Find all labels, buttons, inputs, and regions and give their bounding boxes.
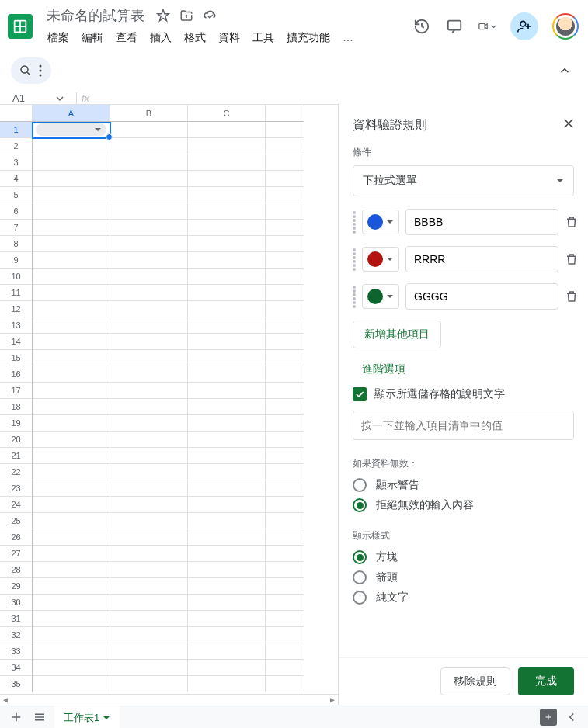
row-header[interactable]: 12 <box>0 301 33 317</box>
cell[interactable] <box>33 285 110 301</box>
row-header[interactable]: 18 <box>0 399 33 415</box>
star-icon[interactable] <box>155 8 171 23</box>
cell[interactable] <box>266 285 304 301</box>
row-header[interactable]: 29 <box>0 578 33 595</box>
cell[interactable] <box>110 122 188 138</box>
cell[interactable] <box>33 203 110 220</box>
row-header[interactable]: 8 <box>0 236 33 252</box>
cell[interactable] <box>33 513 110 529</box>
row-header[interactable]: 2 <box>0 138 33 154</box>
search-menu[interactable] <box>11 57 51 84</box>
cell[interactable] <box>266 611 304 627</box>
spreadsheet[interactable]: ABC 123456789101112131415161718192021222… <box>0 104 338 705</box>
meet-icon[interactable] <box>478 17 496 36</box>
cell[interactable] <box>188 464 266 480</box>
cell[interactable] <box>33 269 110 285</box>
cell[interactable] <box>188 676 266 692</box>
row-header[interactable]: 25 <box>0 513 33 529</box>
cell[interactable] <box>188 220 266 236</box>
cell[interactable] <box>33 676 110 692</box>
cell[interactable] <box>110 383 188 399</box>
cell[interactable] <box>110 480 188 497</box>
cell[interactable] <box>33 562 110 578</box>
cell[interactable] <box>110 448 188 464</box>
cell[interactable] <box>110 432 188 448</box>
cell[interactable] <box>266 171 304 187</box>
cell[interactable] <box>266 432 304 448</box>
cell[interactable] <box>188 432 266 448</box>
cell[interactable] <box>33 627 110 643</box>
cell[interactable] <box>110 269 188 285</box>
drag-handle-icon[interactable] <box>353 286 356 308</box>
cell[interactable] <box>266 383 304 399</box>
h-scrollbar[interactable]: ◄► <box>0 694 338 705</box>
cell[interactable] <box>33 415 110 432</box>
col-header-blank[interactable] <box>266 105 304 122</box>
menu-擴充功能[interactable]: 擴充功能 <box>281 28 336 48</box>
cell[interactable] <box>188 350 266 366</box>
cell[interactable] <box>266 546 304 562</box>
all-sheets-icon[interactable] <box>31 709 48 726</box>
cell[interactable] <box>266 203 304 220</box>
account-avatar[interactable] <box>552 13 579 40</box>
cell[interactable] <box>110 464 188 480</box>
menu-工具[interactable]: 工具 <box>247 28 280 48</box>
cell[interactable] <box>110 171 188 187</box>
cell[interactable] <box>266 399 304 415</box>
menu-資料[interactable]: 資料 <box>213 28 245 48</box>
row-header[interactable]: 10 <box>0 269 33 285</box>
cell[interactable] <box>188 448 266 464</box>
cell[interactable] <box>188 546 266 562</box>
cell[interactable] <box>188 285 266 301</box>
side-panel-toggle-icon[interactable] <box>563 709 580 726</box>
menu-檔案[interactable]: 檔案 <box>42 28 75 48</box>
cell[interactable] <box>266 497 304 513</box>
cell[interactable] <box>110 138 188 154</box>
cell[interactable] <box>110 220 188 236</box>
row-header[interactable]: 22 <box>0 464 33 480</box>
row-header[interactable]: 26 <box>0 529 33 546</box>
cell[interactable] <box>266 301 304 317</box>
menu-格式[interactable]: 格式 <box>179 28 211 48</box>
cell[interactable] <box>188 595 266 611</box>
cell[interactable] <box>266 122 304 138</box>
cell[interactable] <box>266 252 304 269</box>
row-header[interactable]: 35 <box>0 676 33 692</box>
cell[interactable] <box>188 301 266 317</box>
cell[interactable] <box>188 269 266 285</box>
row-header[interactable]: 14 <box>0 334 33 350</box>
col-header-A[interactable]: A <box>33 105 110 122</box>
cell[interactable] <box>188 627 266 643</box>
cell[interactable] <box>266 529 304 546</box>
cell[interactable] <box>188 366 266 383</box>
cell[interactable] <box>266 350 304 366</box>
cell[interactable] <box>110 529 188 546</box>
cell[interactable] <box>188 578 266 595</box>
col-header-C[interactable]: C <box>188 105 266 122</box>
cell[interactable] <box>110 285 188 301</box>
criteria-select[interactable]: 下拉式選單 <box>353 165 574 196</box>
row-header[interactable]: 33 <box>0 643 33 660</box>
cell[interactable] <box>266 366 304 383</box>
drag-handle-icon[interactable] <box>353 211 356 234</box>
cell[interactable] <box>188 529 266 546</box>
share-button[interactable] <box>510 12 538 40</box>
row-header[interactable]: 19 <box>0 415 33 432</box>
cell[interactable] <box>110 562 188 578</box>
cell[interactable] <box>266 236 304 252</box>
menu-插入[interactable]: 插入 <box>144 28 177 48</box>
sheet-tab[interactable]: 工作表1 <box>54 705 120 729</box>
remove-rule-button[interactable]: 移除規則 <box>440 667 510 695</box>
cell[interactable] <box>266 627 304 643</box>
color-picker[interactable] <box>362 247 399 272</box>
cell[interactable] <box>33 252 110 269</box>
help-text-input[interactable] <box>353 411 574 440</box>
item-value-input[interactable] <box>405 209 558 235</box>
cell[interactable] <box>266 464 304 480</box>
cell[interactable] <box>266 643 304 660</box>
cell[interactable] <box>33 480 110 497</box>
cell[interactable] <box>110 399 188 415</box>
cell[interactable] <box>188 399 266 415</box>
cell[interactable] <box>110 187 188 203</box>
drag-handle-icon[interactable] <box>353 248 356 271</box>
